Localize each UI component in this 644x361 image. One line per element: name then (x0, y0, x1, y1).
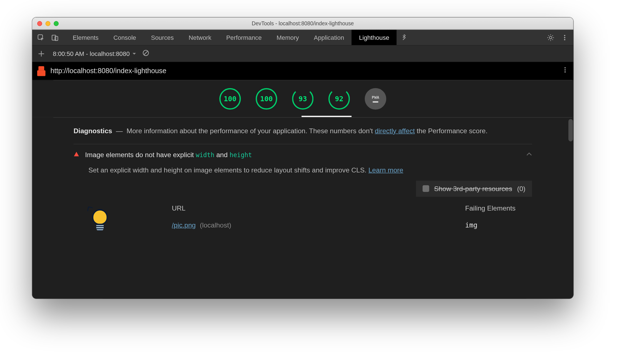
gauge-value: 92 (335, 95, 343, 103)
failing-element: img (465, 221, 515, 229)
tab-label: Application (314, 34, 344, 41)
audit-title-mid: and (214, 151, 230, 158)
more-tabs-button[interactable] (398, 30, 412, 45)
diagnostics-sep: — (116, 127, 123, 134)
svg-point-6 (564, 39, 565, 40)
chevron-up-icon (526, 151, 532, 159)
tab-console[interactable]: Console (106, 30, 143, 45)
new-report-button[interactable] (36, 50, 47, 57)
svg-point-3 (549, 36, 552, 39)
report-url-row: http://localhost:8080/index-lighthouse (32, 62, 573, 80)
thirdparty-toggle[interactable]: Show 3rd-party resources (0) (416, 180, 532, 197)
window-titlebar: DevTools - localhost:8080/index-lighthou… (32, 17, 573, 30)
scrollbar-thumb[interactable] (568, 119, 573, 141)
gauge-accessibility[interactable]: 100 (256, 88, 277, 109)
col-failing-head: Failing Elements (465, 204, 515, 212)
inspect-element-button[interactable] (34, 30, 48, 45)
svg-point-10 (565, 71, 566, 73)
report-body[interactable]: Diagnostics — More information about the… (32, 117, 573, 298)
audit-desc-text: Set an explicit width and height on imag… (88, 166, 368, 174)
tab-performance[interactable]: Performance (219, 30, 269, 45)
active-gauge-underline (301, 116, 351, 117)
report-menu-button[interactable] (562, 66, 568, 75)
report-selector[interactable]: 8:00:50 AM - localhost:8080 (53, 50, 136, 57)
thirdparty-count: (0) (517, 185, 525, 192)
tab-label: Lighthouse (359, 34, 389, 41)
devtools-window: DevTools - localhost:8080/index-lighthou… (32, 17, 573, 298)
row-url: /pic.png (localhost) (172, 221, 231, 229)
gauge-value: 100 (260, 95, 273, 103)
window-title: DevTools - localhost:8080/index-lighthou… (32, 20, 573, 26)
tab-label: Performance (226, 34, 262, 41)
tab-label: Network (189, 34, 211, 41)
tab-lighthouse[interactable]: Lighthouse (351, 30, 397, 45)
audit-title-text: Image elements do not have explicit widt… (85, 151, 252, 159)
tabstrip-divider (62, 30, 65, 45)
svg-point-8 (565, 67, 566, 68)
diagnostics-desc-a: More information about the performance o… (127, 127, 375, 134)
gauge-performance[interactable]: 100 (219, 88, 241, 109)
tab-label: Elements (73, 34, 99, 41)
gauge-value: 93 (299, 95, 307, 103)
col-url: URL /pic.png (localhost) (172, 204, 231, 232)
report-selector-label: 8:00:50 AM - localhost:8080 (53, 50, 130, 57)
devtools-tabstrip: Elements Console Sources Network Perform… (32, 30, 573, 45)
col-url-head: URL (172, 204, 231, 212)
device-toolbar-button[interactable] (48, 30, 62, 45)
tab-label: Memory (276, 34, 299, 41)
audit-description: Set an explicit width and height on imag… (88, 166, 532, 174)
pwa-bar-icon (373, 101, 378, 102)
gauge-pwa[interactable]: PWA (365, 88, 386, 109)
report-url: http://localhost:8080/index-lighthouse (50, 67, 166, 75)
gauge-value: 100 (224, 95, 236, 103)
resource-path-link[interactable]: /pic.png (172, 221, 196, 229)
tab-label: Sources (151, 34, 174, 41)
code-height: height (229, 151, 252, 159)
directly-affect-link[interactable]: directly affect (375, 127, 415, 134)
audit-item: Image elements do not have explicit widt… (74, 144, 532, 232)
resource-host: (localhost) (200, 221, 231, 229)
svg-point-4 (564, 35, 565, 36)
learn-more-link[interactable]: Learn more (368, 166, 403, 174)
audit-title-prefix: Image elements do not have explicit (85, 151, 196, 158)
gauge-best-practices[interactable]: 93 (292, 88, 313, 109)
lighthouse-toolbar: 8:00:50 AM - localhost:8080 (32, 46, 573, 62)
tab-application[interactable]: Application (306, 30, 352, 45)
gauge-pwa-label: PWA (372, 95, 379, 99)
tab-label: Console (113, 34, 136, 41)
thirdparty-checkbox[interactable] (423, 185, 429, 192)
code-width: width (196, 151, 214, 159)
audit-table: URL /pic.png (localhost) Failing Element… (88, 204, 532, 232)
diagnostics-desc-b: the Performance score. (415, 127, 488, 134)
col-failing: Failing Elements img (465, 204, 515, 232)
audit-header[interactable]: Image elements do not have explicit widt… (74, 151, 532, 159)
tab-elements[interactable]: Elements (65, 30, 106, 45)
tab-sources[interactable]: Sources (144, 30, 181, 45)
fail-triangle-icon (74, 151, 79, 159)
svg-point-5 (564, 37, 565, 38)
diagnostics-heading: Diagnostics — More information about the… (74, 126, 532, 136)
image-thumb (88, 207, 111, 232)
clear-button[interactable] (142, 49, 149, 58)
tab-memory[interactable]: Memory (269, 30, 306, 45)
kebab-menu-button[interactable] (558, 30, 572, 45)
svg-point-9 (565, 69, 566, 71)
tab-network[interactable]: Network (181, 30, 219, 45)
chevron-down-icon (132, 50, 136, 57)
lighthouse-icon (37, 66, 46, 76)
score-gauges: 100 100 93 92 PWA (32, 80, 573, 117)
diagnostics-title: Diagnostics (74, 127, 112, 134)
settings-button[interactable] (544, 30, 558, 45)
thirdparty-label: Show 3rd-party resources (434, 185, 512, 192)
gauge-seo[interactable]: 92 (328, 88, 350, 109)
